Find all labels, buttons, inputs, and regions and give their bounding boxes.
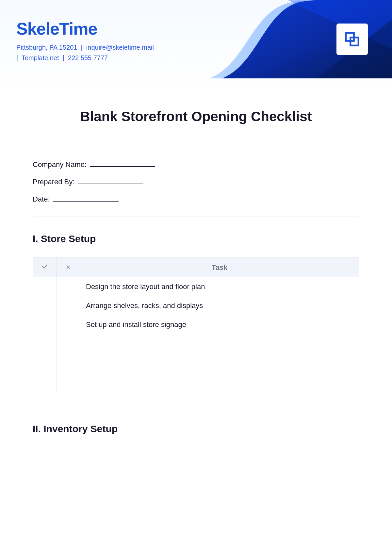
task-cell: Arrange shelves, racks, and displays xyxy=(80,296,359,315)
check-cell[interactable] xyxy=(33,372,57,391)
check-icon xyxy=(41,263,48,270)
brand-site: Template.net xyxy=(22,54,59,61)
table-row xyxy=(33,353,359,372)
check-cell[interactable] xyxy=(33,353,57,372)
brand-email: inquire@skeletime.mail xyxy=(86,44,154,51)
table-row: Design the store layout and floor plan xyxy=(33,277,359,296)
brand-logo-badge xyxy=(336,24,368,55)
check-cell[interactable] xyxy=(33,315,57,334)
cross-cell[interactable] xyxy=(57,353,80,372)
task-cell xyxy=(80,353,359,372)
cross-cell[interactable] xyxy=(57,334,80,353)
date-label: Date: xyxy=(33,195,50,203)
field-date: Date: xyxy=(33,194,359,204)
task-cell: Set up and install store signage xyxy=(80,315,359,334)
section-heading-store-setup: I. Store Setup xyxy=(33,233,359,244)
divider xyxy=(33,143,359,143)
cross-cell[interactable] xyxy=(57,315,80,334)
table-header-row: Task xyxy=(33,258,359,277)
divider xyxy=(33,217,359,217)
company-name-label: Company Name: xyxy=(33,160,87,169)
table-row xyxy=(33,334,359,353)
prepared-by-input-line[interactable] xyxy=(78,177,143,184)
task-cell: Design the store layout and floor plan xyxy=(80,277,359,296)
checklist-table-store-setup: Task Design the store layout and floor p… xyxy=(33,257,359,391)
form-fields: Company Name: Prepared By: Date: xyxy=(33,159,359,204)
brand-contact-line: Pittsburgh, PA 15201 | inquire@skeletime… xyxy=(16,42,186,63)
table-row: Arrange shelves, racks, and displays xyxy=(33,296,359,315)
check-cell[interactable] xyxy=(33,296,57,315)
field-prepared-by: Prepared By: xyxy=(33,177,359,186)
brand-name: SkeleTime xyxy=(16,20,376,38)
column-header-check xyxy=(33,258,57,277)
column-header-task: Task xyxy=(80,258,359,277)
date-input-line[interactable] xyxy=(53,194,119,202)
document-title: Blank Storefront Opening Checklist xyxy=(33,109,359,124)
brand-address: Pittsburgh, PA 15201 xyxy=(16,44,77,51)
company-name-input-line[interactable] xyxy=(90,159,155,167)
cross-cell[interactable] xyxy=(57,372,80,391)
divider xyxy=(33,407,359,407)
field-company-name: Company Name: xyxy=(33,159,359,169)
table-row xyxy=(33,372,359,391)
section-heading-inventory-setup: II. Inventory Setup xyxy=(33,423,359,434)
brand-phone: 222 555 7777 xyxy=(68,54,108,61)
cross-cell[interactable] xyxy=(57,277,80,296)
column-header-cross xyxy=(57,258,80,277)
table-row: Set up and install store signage xyxy=(33,315,359,334)
cross-icon xyxy=(66,265,71,270)
cross-cell[interactable] xyxy=(57,296,80,315)
prepared-by-label: Prepared By: xyxy=(33,178,74,186)
task-cell xyxy=(80,334,359,353)
check-cell[interactable] xyxy=(33,277,57,296)
check-cell[interactable] xyxy=(33,334,57,353)
task-cell xyxy=(80,372,359,391)
overlap-squares-icon xyxy=(343,30,361,48)
